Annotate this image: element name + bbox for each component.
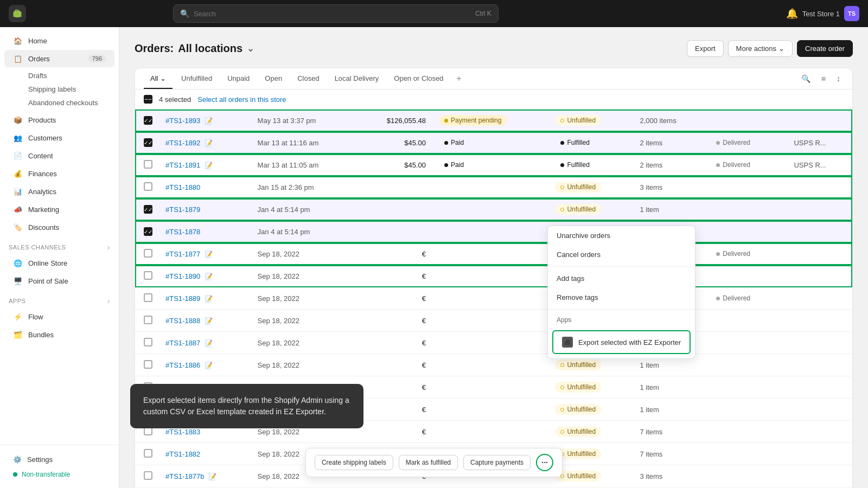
sales-channels-chevron-icon[interactable]: › [107, 243, 110, 252]
context-menu-unarchive[interactable]: Unarchive orders [548, 226, 695, 245]
ez-exporter-button[interactable]: ⬛ Export selected with EZ Exporter [552, 330, 691, 354]
sidebar-item-content[interactable]: 📄 Content [4, 147, 114, 164]
tab-all[interactable]: All ⌄ [144, 69, 173, 89]
order-amount [358, 176, 432, 198]
row-checkbox[interactable] [144, 160, 152, 169]
capture-payments-button[interactable]: Capture payments [463, 455, 531, 470]
order-number[interactable]: #TS1-1879 [165, 206, 200, 214]
context-menu-cancel[interactable]: Cancel orders [548, 245, 695, 264]
order-amount: € [358, 265, 432, 287]
row-checkbox[interactable] [144, 471, 152, 480]
orders-badge: 796 [88, 55, 106, 62]
sidebar-item-abandoned-checkouts[interactable]: Abandoned checkouts [24, 96, 119, 110]
tab-open-or-closed[interactable]: Open or Closed [387, 69, 450, 89]
row-checkbox[interactable] [144, 182, 152, 191]
order-number[interactable]: #TS1-1886 [165, 361, 200, 369]
create-shipping-labels-button[interactable]: Create shipping labels [315, 455, 393, 470]
sidebar-item-orders[interactable]: 📋 Orders 796 [4, 50, 114, 67]
sidebar-item-drafts[interactable]: Drafts [24, 69, 119, 82]
context-menu-add-tags[interactable]: Add tags [548, 269, 695, 288]
table-row: #TS1-1886 📝 Sep 18, 2022 € Unfulfilled 1… [135, 354, 852, 376]
row-checkbox[interactable] [144, 338, 152, 346]
order-number[interactable]: #TS1-1891 [165, 161, 200, 169]
sidebar-section-apps: Apps › [0, 290, 119, 307]
order-payment-status [432, 287, 548, 310]
order-number[interactable]: #TS1-1877b [165, 472, 205, 480]
context-menu-remove-tags[interactable]: Remove tags [548, 288, 695, 307]
sidebar-section-sales-channels: Sales channels › [0, 236, 119, 254]
export-button[interactable]: Export [687, 40, 724, 57]
row-checkbox[interactable] [144, 293, 152, 302]
search-bar[interactable]: 🔍 Ctrl K [173, 4, 499, 23]
row-checkbox[interactable]: ✓ [144, 205, 152, 214]
order-number[interactable]: #TS1-1878 [165, 228, 200, 236]
tab-open[interactable]: Open [258, 69, 289, 89]
row-checkbox[interactable]: ✓ [144, 227, 152, 236]
sidebar-content-label: Content [28, 152, 53, 160]
mark-fulfilled-button[interactable]: Mark as fulfilled [399, 455, 458, 470]
order-fulfillment-status: Unfulfilled [548, 376, 633, 399]
order-number[interactable]: #TS1-1877 [165, 250, 200, 258]
row-checkbox[interactable]: ✓ [144, 138, 152, 147]
apps-chevron-icon[interactable]: › [107, 297, 110, 305]
row-checkbox[interactable] [144, 449, 152, 458]
filter-button[interactable]: ≡ [818, 71, 829, 86]
order-payment-status [432, 354, 548, 376]
order-number[interactable]: #TS1-1892 [165, 139, 200, 147]
sidebar-item-online-store[interactable]: 🌐 Online Store [4, 254, 114, 272]
order-fulfillment-status: Unfulfilled [548, 399, 633, 421]
sidebar-item-discounts[interactable]: 🏷️ Discounts [4, 219, 114, 236]
tab-unfulfilled[interactable]: Unfulfilled [175, 69, 219, 89]
sidebar-item-flow[interactable]: ⚡ Flow [4, 308, 114, 325]
ez-exporter-label: Export selected with EZ Exporter [578, 338, 681, 346]
topbar-right: 🔔 Test Store 1 TS [786, 6, 859, 21]
non-transferable-item[interactable]: Non-transferable [9, 467, 110, 481]
order-number[interactable]: #TS1-1893 [165, 117, 200, 125]
notification-bell-icon[interactable]: 🔔 [786, 8, 798, 20]
sidebar-item-analytics[interactable]: 📊 Analytics [4, 183, 114, 200]
more-actions-button[interactable]: More actions ⌄ [728, 40, 793, 57]
sidebar-item-finances[interactable]: 💰 Finances [4, 165, 114, 182]
order-number[interactable]: #TS1-1890 [165, 272, 200, 280]
sidebar-bottom: ⚙️ Settings Non-transferable [0, 445, 119, 488]
sort-button[interactable]: ↕ [833, 71, 844, 86]
sidebar-item-customers[interactable]: 👥 Customers [4, 129, 114, 146]
search-filter-button[interactable]: 🔍 [798, 71, 814, 86]
order-number[interactable]: #TS1-1883 [165, 428, 200, 436]
note-icon: 📝 [205, 139, 213, 147]
sidebar-item-bundles[interactable]: 🗂️ Bundles [4, 326, 114, 343]
select-all-link[interactable]: Select all orders in this store [197, 95, 286, 104]
sidebar-item-shipping-labels[interactable]: Shipping labels [24, 82, 119, 96]
sidebar-item-pos[interactable]: 🖥️ Point of Sale [4, 272, 114, 290]
row-checkbox[interactable] [144, 316, 152, 324]
order-number[interactable]: #TS1-1882 [165, 450, 200, 458]
order-number[interactable]: #TS1-1887 [165, 339, 200, 347]
store-selector[interactable]: Test Store 1 TS [802, 6, 859, 21]
add-tab-button[interactable]: + [452, 68, 465, 89]
tab-closed[interactable]: Closed [291, 69, 326, 89]
order-number[interactable]: #TS1-1888 [165, 317, 200, 325]
note-icon: 📝 [208, 473, 216, 480]
order-items: 7 items [633, 443, 704, 465]
sidebar-item-products[interactable]: 📦 Products [4, 111, 114, 129]
more-actions-circle-button[interactable]: ··· [536, 454, 553, 471]
sidebar-item-marketing[interactable]: 📣 Marketing [4, 201, 114, 218]
order-date: Jan 4 at 5:14 pm [251, 198, 358, 221]
tab-local-delivery[interactable]: Local Delivery [328, 69, 386, 89]
row-checkbox[interactable]: ✓ [144, 116, 152, 125]
sidebar-item-settings[interactable]: ⚙️ Settings [9, 452, 110, 467]
home-icon: 🏠 [13, 36, 23, 46]
row-checkbox[interactable] [144, 249, 152, 258]
location-chevron-icon[interactable]: ⌄ [247, 43, 254, 54]
search-input[interactable] [194, 10, 471, 18]
note-icon: 📝 [205, 362, 213, 369]
select-all-checkbox[interactable]: − [144, 95, 152, 104]
order-number[interactable]: #TS1-1880 [165, 183, 200, 191]
row-checkbox[interactable] [144, 360, 152, 369]
sidebar-item-home[interactable]: 🏠 Home [4, 32, 114, 49]
row-checkbox[interactable] [144, 271, 152, 280]
order-items: 7 items [633, 421, 704, 443]
create-order-button[interactable]: Create order [797, 40, 853, 57]
order-number[interactable]: #TS1-1889 [165, 294, 200, 303]
tab-unpaid[interactable]: Unpaid [221, 69, 256, 89]
